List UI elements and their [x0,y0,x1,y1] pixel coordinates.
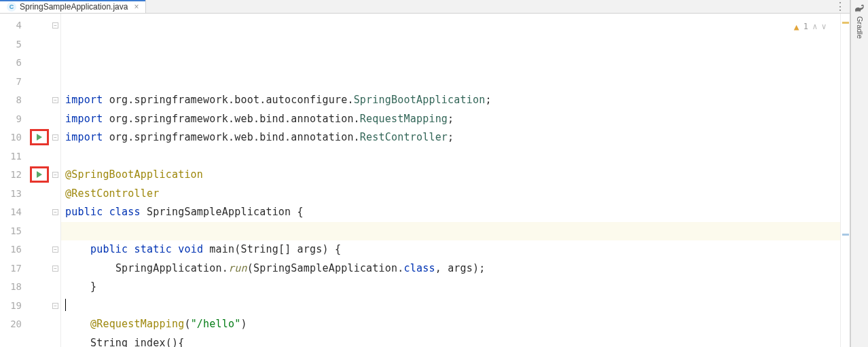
editor-scrollbar[interactable] [840,14,850,347]
line-number: 13 [0,185,22,204]
scrollbar-info-mark[interactable] [842,234,849,236]
line-number: 17 [0,259,22,278]
run-gutter [27,14,52,347]
fold-toggle-icon[interactable]: − [52,172,58,178]
fold-toggle-icon[interactable]: − [52,22,58,29]
fold-toggle-icon[interactable]: − [52,246,58,253]
gradle-icon[interactable] [854,4,865,12]
code-content[interactable]: import org.springframework.boot.autoconf… [61,14,840,347]
play-icon [37,134,42,141]
fold-gutter: −−−−−−−− [52,14,61,347]
line-number: 4 [0,16,22,35]
gradle-toolwindow-button[interactable]: Gradle [856,16,864,39]
fold-toggle-icon[interactable]: − [52,134,58,141]
line-number: 5 [0,35,22,54]
next-problem-icon[interactable]: ∨ [822,18,827,37]
editor-tabbar: C SpringSampleApplication.java × ⋮ [0,0,850,14]
code-editor[interactable]: 4567891011121314151617181920 −−−−−−−− im… [0,14,850,347]
prev-problem-icon[interactable]: ∧ [812,18,817,37]
line-number: 18 [0,278,22,297]
fold-toggle-icon[interactable]: − [52,303,58,309]
line-number: 15 [0,222,22,241]
warning-count: 1 [803,18,808,37]
close-tab-icon[interactable]: × [134,2,139,12]
class-icon: C [7,2,16,12]
line-number: 19 [0,297,22,316]
line-number: 10 [0,128,22,147]
run-gutter-icon[interactable] [30,129,49,145]
line-number: 12 [0,166,22,185]
problems-indicator[interactable]: ▲ 1 ∧ ∨ [794,18,827,37]
tab-menu-button[interactable]: ⋮ [831,0,850,13]
line-number: 7 [0,73,22,92]
run-gutter-icon[interactable] [30,166,49,183]
tab-label: SpringSampleApplication.java [20,2,128,12]
line-number: 16 [0,240,22,259]
line-number-gutter: 4567891011121314151617181920 [0,14,27,347]
fold-toggle-icon[interactable]: − [52,97,58,103]
fold-toggle-icon[interactable]: − [52,266,58,272]
play-icon [37,171,42,178]
line-number: 9 [0,110,22,129]
warning-icon: ▲ [794,18,799,37]
tab-springsampleapplication[interactable]: C SpringSampleApplication.java × [0,0,146,13]
line-number: 8 [0,91,22,110]
line-number: 6 [0,54,22,73]
line-number: 20 [0,315,22,334]
scrollbar-warning-mark[interactable] [842,22,849,24]
line-number: 14 [0,203,22,222]
fold-toggle-icon[interactable]: − [52,209,58,215]
right-toolwindow-bar: Gradle [850,0,868,347]
line-number: 11 [0,147,22,166]
